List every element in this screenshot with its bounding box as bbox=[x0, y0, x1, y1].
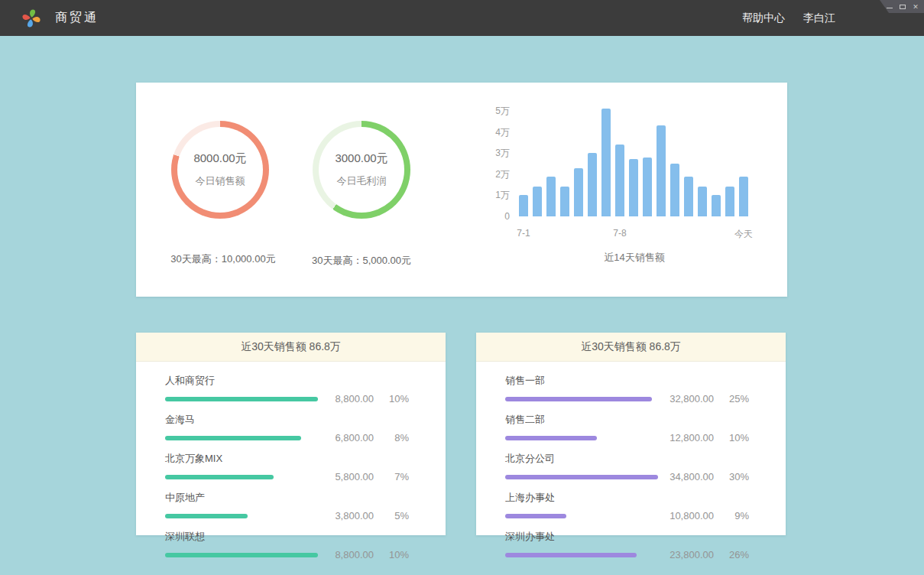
chart-bar bbox=[546, 177, 556, 216]
rank-row-label: 人和商贸行 bbox=[165, 374, 409, 388]
department-rank-list: 销售一部32,800.0025%销售二部12,800.0010%北京分公司34,… bbox=[476, 362, 786, 560]
chart-bar bbox=[615, 145, 624, 216]
x-axis-tick: 7-8 bbox=[613, 228, 626, 239]
rank-row-label: 销售二部 bbox=[505, 413, 749, 427]
chart-bar bbox=[560, 187, 569, 216]
y-axis-tick: 0 bbox=[484, 211, 510, 222]
y-axis-tick: 4万 bbox=[484, 127, 510, 138]
rank-bar bbox=[165, 514, 248, 518]
rank-row-label: 北京万象MIX bbox=[165, 452, 409, 466]
chart-bar bbox=[684, 177, 693, 216]
rank-percent: 7% bbox=[374, 471, 409, 482]
rank-bar-track bbox=[505, 475, 658, 479]
rank-row: 北京万象MIX5,800.007% bbox=[165, 452, 409, 482]
rank-row-label: 金海马 bbox=[165, 413, 409, 427]
maximize-icon[interactable] bbox=[899, 3, 906, 11]
rank-bar-track bbox=[505, 553, 658, 557]
department-rank-header: 近30天销售额 86.8万 bbox=[476, 333, 786, 362]
chart-bar bbox=[670, 164, 679, 216]
titlebar-right: 帮助中心 李白江 bbox=[742, 11, 924, 25]
minimize-icon[interactable] bbox=[886, 3, 893, 11]
chart-bar bbox=[725, 187, 734, 216]
customer-rank-list: 人和商贸行8,800.0010%金海马6,800.008%北京万象MIX5,80… bbox=[136, 362, 446, 560]
rank-amount: 8,800.00 bbox=[318, 393, 374, 404]
rank-amount: 34,800.00 bbox=[658, 471, 714, 482]
rank-bar bbox=[505, 397, 652, 401]
rank-percent: 8% bbox=[374, 432, 409, 443]
today-sales-label: 今日销售额 bbox=[196, 174, 245, 188]
rank-bar bbox=[165, 553, 318, 557]
today-profit-label: 今日毛利润 bbox=[337, 174, 387, 188]
chart-bar bbox=[643, 158, 652, 216]
rank-amount: 6,800.00 bbox=[318, 432, 374, 443]
overview-card: 8000.00元 今日销售额 30天最高：10,000.00元 3000.00元… bbox=[136, 83, 787, 297]
rank-row-label: 深圳办事处 bbox=[505, 530, 749, 544]
app-title: 商贸通 bbox=[55, 10, 99, 26]
donut-hole: 3000.00元 今日毛利润 bbox=[319, 127, 404, 213]
chart-bar bbox=[574, 168, 583, 216]
close-icon[interactable]: ✕ bbox=[912, 3, 919, 11]
rank-row-label: 深圳联想 bbox=[165, 530, 409, 544]
pinwheel-logo-icon bbox=[20, 7, 43, 30]
rank-percent: 30% bbox=[714, 471, 749, 482]
y-axis-tick: 1万 bbox=[484, 190, 510, 200]
chart-bar bbox=[739, 177, 748, 216]
rank-row: 深圳联想8,800.0010% bbox=[165, 530, 409, 560]
chart-bar bbox=[712, 195, 721, 216]
sales-14d-bar-chart: 01万2万3万4万5万 7-17-8今天 近14天销售额 bbox=[484, 99, 774, 264]
rank-bar bbox=[505, 475, 658, 479]
rank-row: 人和商贸行8,800.0010% bbox=[165, 374, 409, 404]
today-sales-value: 8000.00元 bbox=[193, 151, 246, 166]
chart-bar bbox=[629, 159, 638, 216]
titlebar: 商贸通 帮助中心 李白江 ✕ bbox=[0, 0, 924, 36]
rank-bar bbox=[505, 553, 637, 557]
rank-bar bbox=[505, 514, 566, 518]
rank-bar-track bbox=[165, 553, 318, 557]
bar-chart-bars bbox=[519, 109, 748, 216]
donut-hole: 8000.00元 今日销售额 bbox=[177, 127, 263, 213]
y-axis-tick: 2万 bbox=[484, 169, 510, 180]
rank-percent: 10% bbox=[374, 549, 409, 560]
today-profit-value: 3000.00元 bbox=[335, 151, 387, 166]
rank-amount: 5,800.00 bbox=[318, 471, 374, 482]
username-menu[interactable]: 李白江 bbox=[803, 11, 835, 25]
y-axis-tick: 3万 bbox=[484, 148, 510, 158]
rank-percent: 5% bbox=[374, 510, 409, 521]
rank-percent: 26% bbox=[714, 549, 749, 560]
rank-percent: 25% bbox=[714, 393, 749, 404]
rank-bar-track bbox=[505, 397, 658, 401]
rank-bar bbox=[165, 397, 318, 401]
rank-row: 上海办事处10,800.009% bbox=[505, 491, 749, 521]
chart-bar bbox=[601, 109, 611, 216]
today-profit-donut: 3000.00元 今日毛利润 bbox=[313, 121, 410, 219]
department-rank-card: 近30天销售额 86.8万 销售一部32,800.0025%销售二部12,800… bbox=[476, 333, 786, 535]
rank-amount: 12,800.00 bbox=[658, 432, 714, 443]
rank-amount: 8,800.00 bbox=[318, 549, 374, 560]
customer-rank-header: 近30天销售额 86.8万 bbox=[136, 333, 446, 362]
y-axis-tick: 5万 bbox=[484, 106, 510, 116]
rank-bar-track bbox=[505, 514, 658, 518]
rank-bar-track bbox=[165, 397, 318, 401]
rank-row: 中原地产3,800.005% bbox=[165, 491, 409, 521]
rank-row: 销售二部12,800.0010% bbox=[505, 413, 749, 443]
rank-row-label: 销售一部 bbox=[505, 374, 749, 388]
rank-percent: 9% bbox=[714, 510, 749, 521]
chart-bar bbox=[519, 195, 528, 216]
x-axis-tick: 7-1 bbox=[517, 228, 530, 239]
rank-bar-track bbox=[505, 436, 658, 440]
rank-amount: 10,800.00 bbox=[658, 510, 714, 521]
customer-rank-card: 近30天销售额 86.8万 人和商贸行8,800.0010%金海马6,800.0… bbox=[136, 333, 446, 535]
rank-amount: 23,800.00 bbox=[658, 549, 714, 560]
bar-chart-title: 近14天销售额 bbox=[519, 251, 750, 265]
chart-bar bbox=[533, 187, 542, 216]
rank-row: 深圳办事处23,800.0026% bbox=[505, 530, 749, 560]
help-center-link[interactable]: 帮助中心 bbox=[742, 11, 785, 25]
today-sales-donut: 8000.00元 今日销售额 bbox=[171, 121, 269, 219]
rank-row: 金海马6,800.008% bbox=[165, 413, 409, 443]
rank-bar-track bbox=[165, 514, 318, 518]
rank-bar-track bbox=[165, 475, 318, 479]
x-axis-tick: 今天 bbox=[734, 228, 753, 241]
chart-bar bbox=[588, 153, 597, 216]
rank-percent: 10% bbox=[374, 393, 409, 404]
rank-bar-track bbox=[165, 436, 318, 440]
